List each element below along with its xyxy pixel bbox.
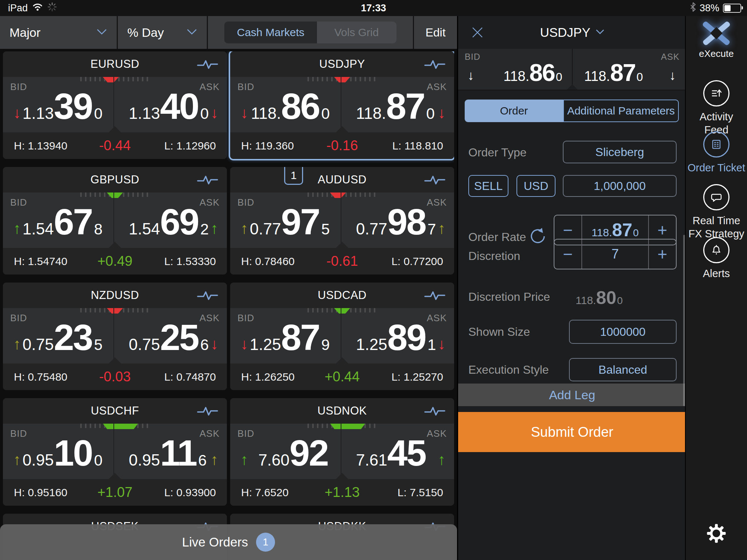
fx-tile-usdnok[interactable]: USDNOK BID ASK ↑ 7.6092 7.6145 ↑ H: 7.65… <box>230 398 454 506</box>
tile-footer: H: 1.54740 +0.49 L: 1.53330 <box>3 248 227 275</box>
bid-price-button[interactable]: ↑ 1.54678 <box>3 192 113 248</box>
ask-price-button[interactable]: 118.870 ↓ <box>341 77 454 132</box>
close-icon[interactable] <box>471 26 484 41</box>
fx-tile-gbpusd[interactable]: GBPUSD BID ASK ↑ 1.54678 1.54692 ↑ H: 1.… <box>3 167 227 275</box>
bid-price-button[interactable]: ↓ 1.25879 <box>230 308 341 363</box>
low-value: 0.74870 <box>177 371 216 383</box>
tile-header: USDNOK <box>230 398 454 424</box>
ask-price-prefix: 1.54 <box>129 221 160 237</box>
refresh-rate-icon[interactable] <box>528 227 547 247</box>
brand-name: eXecute <box>699 48 734 59</box>
order-ticket-panel: USDJPY BID ↓ 118.860 ASK 118.870 ↓ <box>457 16 686 560</box>
day-high: H: 7.6520 <box>241 486 289 499</box>
pair-name: USDNOK <box>317 404 367 417</box>
sidebar-item-activity-feed[interactable]: Activity Feed <box>686 80 747 137</box>
tile-quotes: BID ASK ↑ 0.75235 0.75256 ↓ <box>3 308 227 363</box>
ask-price-button[interactable]: 0.75256 ↓ <box>113 308 227 363</box>
order-type-label: Order Type <box>468 146 526 159</box>
add-leg-button[interactable]: Add Leg <box>458 384 686 406</box>
sparkline-icon[interactable] <box>197 290 218 303</box>
fx-tile-usdchf[interactable]: USDCHF BID ASK ↑ 0.95100 0.95116 ↑ H: 0.… <box>3 398 227 506</box>
shown-size-field[interactable]: 1000000 <box>569 320 677 344</box>
high-value: 0.78460 <box>255 255 294 267</box>
sparkline-icon[interactable] <box>424 175 445 188</box>
discretion-increase-button[interactable]: + <box>648 240 676 269</box>
live-orders-label: Live Orders <box>182 535 248 549</box>
tile-header: USDCHF <box>3 398 227 424</box>
ask-price-fraction: 1 <box>427 337 436 353</box>
tile-header: USDJPY <box>230 51 454 77</box>
sidebar-item-order-ticket[interactable]: Order Ticket <box>686 131 747 174</box>
fx-tile-audusd[interactable]: 1 AUDUSD BID ASK ↑ 0.77975 0.77987 ↑ H: … <box>230 167 454 275</box>
change-metric-dropdown[interactable]: % Day <box>118 16 208 49</box>
ask-price-pips: 25 <box>160 319 198 355</box>
change-metric-value: % Day <box>127 26 164 40</box>
high-value: 119.360 <box>255 140 294 152</box>
day-change-percent: +1.13 <box>325 485 360 500</box>
edit-button[interactable]: Edit <box>413 16 457 49</box>
tile-header: NZDUSD <box>3 283 227 308</box>
ticket-bid-button[interactable]: BID ↓ 118.860 <box>458 49 572 90</box>
bid-price-button[interactable]: ↑ 0.75235 <box>3 308 113 363</box>
discretion-value[interactable]: 7 <box>582 240 648 269</box>
ask-price-button[interactable]: 1.54692 ↑ <box>113 192 227 248</box>
sparkline-icon[interactable] <box>424 290 445 303</box>
bid-price-prefix: 0.75 <box>23 337 54 353</box>
order-ticket-icon <box>703 131 729 158</box>
submit-order-button[interactable]: Submit Order <box>458 412 686 452</box>
live-orders-bar[interactable]: Live Orders 1 <box>0 524 457 560</box>
bid-price-pips: 86 <box>529 61 554 85</box>
sidebar-item-alerts[interactable]: Alerts <box>686 237 747 280</box>
sidebar-item-fx-strategy[interactable]: Real Time FX Strategy <box>686 184 747 241</box>
ticket-ask-button[interactable]: ASK 118.870 ↓ <box>572 49 686 90</box>
bid-price-fraction: 0 <box>94 453 102 468</box>
ask-price-button[interactable]: 1.25891 ↓ <box>341 308 454 363</box>
ask-price-button[interactable]: 7.6145 ↑ <box>341 424 454 479</box>
settings-gear-icon[interactable] <box>706 523 727 545</box>
sparkline-icon[interactable] <box>197 59 218 72</box>
fx-tile-usdcad[interactable]: USDCAD BID ASK ↓ 1.25879 1.25891 ↓ H: 1.… <box>230 283 454 390</box>
low-value: 1.12960 <box>177 140 216 152</box>
fx-tile-grid: EURUSD BID ASK ↓ 1.13390 1.13400 ↓ H: 1.… <box>3 51 454 560</box>
bid-trend-arrow-icon: ↓ <box>240 337 248 355</box>
currency-button[interactable]: USD <box>516 175 556 197</box>
order-type-dropdown[interactable]: Sliceberg <box>563 141 677 163</box>
bid-price-pips: 92 <box>290 435 328 471</box>
ask-price-button[interactable]: 0.77987 ↑ <box>341 192 454 248</box>
sparkline-icon[interactable] <box>197 175 218 188</box>
fx-tile-eurusd[interactable]: EURUSD BID ASK ↓ 1.13390 1.13400 ↓ H: 1.… <box>3 51 227 159</box>
sparkline-icon[interactable] <box>424 406 445 419</box>
execution-style-dropdown[interactable]: Balanced <box>569 358 677 381</box>
fx-tile-usdjpy[interactable]: USDJPY BID ASK ↓ 118.860 118.870 ↓ H: 11… <box>230 51 454 159</box>
ask-price-fraction: 0 <box>426 106 435 121</box>
bid-price-button[interactable]: ↑ 7.6092 <box>230 424 341 479</box>
discretion-decrease-button[interactable]: − <box>554 240 582 269</box>
amount-field[interactable]: 1,000,000 <box>563 175 677 197</box>
battery-icon <box>723 4 741 13</box>
app-sidebar: eXecute Activity Feed Order Ticket <box>685 16 747 560</box>
ask-price-button[interactable]: 1.13400 ↓ <box>113 77 227 132</box>
bid-price-button[interactable]: ↑ 0.77975 <box>230 192 341 248</box>
ask-price-button[interactable]: 0.95116 ↑ <box>113 424 227 479</box>
tab-cash-markets[interactable]: Cash Markets <box>224 22 317 43</box>
ask-price-fraction: 0 <box>200 106 209 121</box>
ticket-pair-dropdown[interactable]: USDJPY <box>540 25 590 40</box>
high-value: 1.54740 <box>28 255 67 267</box>
side-button[interactable]: SELL <box>468 175 508 197</box>
fx-tile-nzdusd[interactable]: NZDUSD BID ASK ↑ 0.75235 0.75256 ↓ H: 0.… <box>3 283 227 390</box>
ask-price-prefix: 118. <box>584 69 610 83</box>
tab-order[interactable]: Order <box>465 100 563 122</box>
instrument-group-dropdown[interactable]: Major <box>0 16 118 49</box>
sparkline-icon[interactable] <box>424 59 445 72</box>
tab-additional-parameters[interactable]: Additional Parameters <box>563 100 679 122</box>
day-low: L: 1.25270 <box>391 371 443 383</box>
bid-price-button[interactable]: ↓ 118.860 <box>230 77 341 132</box>
tile-header: EURUSD <box>3 51 227 77</box>
sparkline-icon[interactable] <box>197 406 218 419</box>
tile-footer: H: 1.26250 +0.44 L: 1.25270 <box>230 363 454 390</box>
bid-price-button[interactable]: ↑ 0.95100 <box>3 424 113 479</box>
day-low: L: 1.12960 <box>164 140 216 152</box>
tab-vols-grid[interactable]: Vols Grid <box>317 22 396 43</box>
high-value: 0.95160 <box>28 486 67 498</box>
bid-price-button[interactable]: ↓ 1.13390 <box>3 77 113 132</box>
